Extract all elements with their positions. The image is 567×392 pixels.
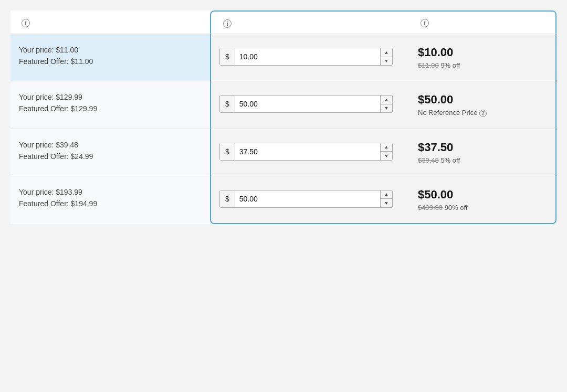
- off-percentage-label: 5% off: [440, 156, 460, 164]
- preview-reference: $11.00 9% off: [418, 61, 546, 69]
- featured-offer-label: Featured Offer: $11.00: [19, 57, 202, 66]
- pricing-cell: Your price: $11.00 Featured Offer: $11.0…: [10, 34, 210, 81]
- currency-symbol: $: [220, 190, 235, 207]
- currency-symbol: $: [220, 96, 235, 112]
- discounted-price-input[interactable]: [235, 100, 380, 108]
- your-price-label: Your price: $129.99: [19, 93, 202, 101]
- your-price-label: Your price: $11.00: [19, 46, 202, 54]
- discounted-price-column-header: i: [211, 12, 408, 34]
- spinner-wrapper: ▲ ▼: [380, 190, 392, 207]
- discounted-price-input[interactable]: [235, 195, 380, 203]
- pricing-info-icon[interactable]: i: [22, 19, 30, 27]
- discounted-price-cell: $ ▲ ▼: [211, 34, 408, 81]
- price-preview-column-header: i: [408, 12, 555, 34]
- discounted-price-input[interactable]: [235, 147, 380, 156]
- table-row: Your price: $39.48 Featured Offer: $24.9…: [10, 129, 556, 176]
- off-percentage-label: 90% off: [445, 204, 468, 211]
- right-cols: $ ▲ ▼ $50.00 $499.00 90% off: [210, 176, 556, 224]
- featured-offer-label: Featured Offer: $24.99: [19, 152, 202, 161]
- preview-info-icon[interactable]: i: [421, 19, 429, 27]
- discounted-price-cell: $ ▲ ▼: [211, 81, 408, 129]
- right-cols: $ ▲ ▼ $10.00 $11.00 9% off: [210, 34, 556, 81]
- featured-offer-label: Featured Offer: $194.99: [19, 199, 202, 208]
- preview-price-value: $37.50: [418, 141, 546, 154]
- discounted-info-icon[interactable]: i: [223, 19, 232, 28]
- currency-symbol: $: [220, 48, 235, 65]
- table-header: i i i: [10, 10, 556, 34]
- table-row: Your price: $129.99 Featured Offer: $129…: [10, 81, 556, 129]
- pricing-cell: Your price: $129.99 Featured Offer: $129…: [10, 81, 210, 129]
- right-cols: $ ▲ ▼ $50.00 No Reference Price ?: [210, 81, 556, 129]
- spinner-down-button[interactable]: ▼: [381, 104, 392, 113]
- pricing-column-header: i: [10, 10, 210, 34]
- table-body: Your price: $11.00 Featured Offer: $11.0…: [10, 34, 556, 224]
- spinner-wrapper: ▲ ▼: [380, 96, 392, 112]
- discounted-price-cell: $ ▲ ▼: [211, 176, 408, 223]
- price-preview-cell: $10.00 $11.00 9% off: [408, 34, 555, 81]
- reference-strikethrough-price: $499.00: [418, 204, 443, 211]
- discounted-price-input-wrapper[interactable]: $ ▲ ▼: [219, 48, 393, 66]
- no-ref-question-icon[interactable]: ?: [479, 110, 487, 117]
- spinner-up-button[interactable]: ▲: [381, 48, 392, 57]
- preview-price-value: $10.00: [418, 46, 546, 59]
- spinner-down-button[interactable]: ▼: [381, 57, 392, 66]
- spinner-wrapper: ▲ ▼: [380, 48, 392, 65]
- off-percentage-label: 9% off: [440, 61, 460, 69]
- reference-strikethrough-price: $11.00: [418, 61, 439, 69]
- pricing-table: i i i Your price: $11.00 Featured Offer:…: [10, 10, 556, 224]
- pricing-cell: Your price: $39.48 Featured Offer: $24.9…: [10, 129, 210, 176]
- price-preview-cell: $50.00 No Reference Price ?: [408, 81, 555, 129]
- your-price-label: Your price: $193.99: [19, 188, 202, 196]
- your-price-label: Your price: $39.48: [19, 141, 202, 149]
- table-row: Your price: $11.00 Featured Offer: $11.0…: [10, 34, 556, 81]
- discounted-price-input-wrapper[interactable]: $ ▲ ▼: [219, 190, 393, 208]
- discounted-price-cell: $ ▲ ▼: [211, 129, 408, 176]
- no-ref-price-label: No Reference Price: [418, 109, 477, 116]
- right-cols: $ ▲ ▼ $37.50 $39.48 5% off: [210, 129, 556, 176]
- currency-symbol: $: [220, 143, 235, 160]
- spinner-up-button[interactable]: ▲: [381, 143, 392, 152]
- featured-offer-label: Featured Offer: $129.99: [19, 104, 202, 113]
- price-preview-cell: $50.00 $499.00 90% off: [408, 176, 555, 223]
- reference-strikethrough-price: $39.48: [418, 156, 439, 164]
- preview-reference: No Reference Price ?: [418, 109, 546, 117]
- spinner-up-button[interactable]: ▲: [381, 96, 392, 104]
- discounted-price-input[interactable]: [235, 52, 380, 61]
- preview-price-value: $50.00: [418, 93, 546, 107]
- spinner-wrapper: ▲ ▼: [380, 143, 392, 160]
- spinner-down-button[interactable]: ▼: [381, 152, 392, 160]
- spinner-down-button[interactable]: ▼: [381, 199, 392, 207]
- price-preview-cell: $37.50 $39.48 5% off: [408, 129, 555, 176]
- preview-reference: $39.48 5% off: [418, 156, 546, 164]
- preview-price-value: $50.00: [418, 188, 546, 202]
- header-right-section: i i: [210, 10, 556, 34]
- discounted-price-input-wrapper[interactable]: $ ▲ ▼: [219, 143, 393, 161]
- discounted-price-input-wrapper[interactable]: $ ▲ ▼: [219, 95, 393, 113]
- pricing-cell: Your price: $193.99 Featured Offer: $194…: [10, 176, 210, 224]
- preview-reference: $499.00 90% off: [418, 204, 546, 211]
- spinner-up-button[interactable]: ▲: [381, 190, 392, 199]
- table-row: Your price: $193.99 Featured Offer: $194…: [10, 176, 556, 224]
